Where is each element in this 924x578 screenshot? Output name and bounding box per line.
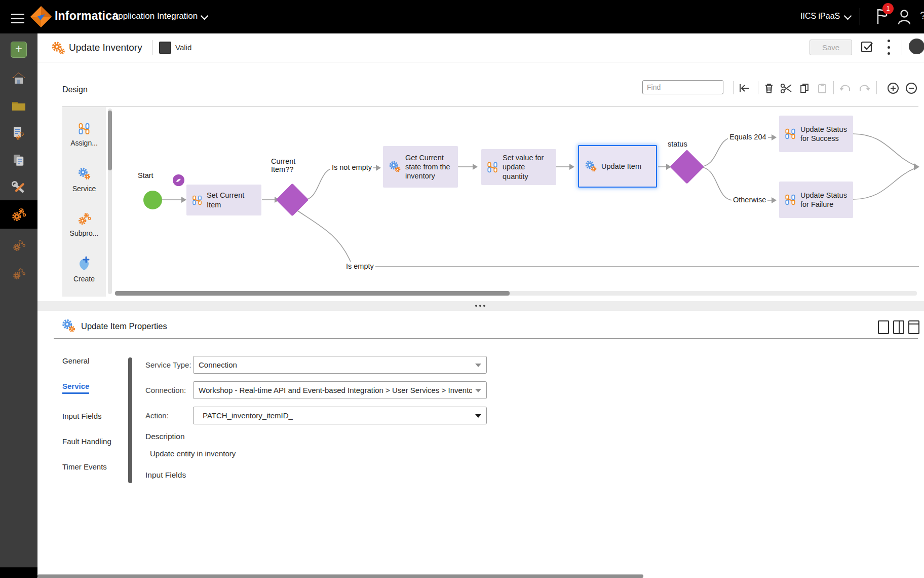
properties-panel-title: Update Item Properties bbox=[81, 321, 167, 331]
tabs-scrollbar[interactable] bbox=[128, 357, 132, 483]
branch-label-not-empty: Is not empty bbox=[330, 163, 373, 171]
service-icon bbox=[388, 160, 401, 173]
assignment-icon bbox=[191, 194, 203, 206]
gateway-status-label: status bbox=[668, 140, 687, 148]
service-type-select[interactable]: Connection bbox=[193, 356, 487, 374]
gateway-current-item-label: Current Item?? bbox=[271, 157, 315, 173]
assignment-icon bbox=[486, 161, 498, 173]
layout-dock-top-icon[interactable] bbox=[908, 320, 919, 334]
service-icon bbox=[584, 160, 597, 173]
tab-service[interactable]: Service bbox=[62, 382, 89, 394]
chevron-down-icon bbox=[475, 414, 481, 418]
layout-split-icon[interactable] bbox=[893, 320, 904, 334]
node-set-value[interactable]: Set value for update quantity bbox=[481, 149, 556, 185]
application-window: Informatica Application Integration IICS… bbox=[0, 0, 924, 578]
layout-dock-left-icon[interactable] bbox=[878, 320, 889, 334]
node-update-status-failure[interactable]: Update Status for Failure bbox=[779, 182, 853, 218]
tab-fault-handling[interactable]: Fault Handling bbox=[62, 437, 111, 446]
divider bbox=[54, 338, 918, 339]
assignment-icon bbox=[784, 128, 796, 140]
canvas-horizontal-scrollbar[interactable] bbox=[115, 291, 510, 296]
action-label: Action: bbox=[145, 411, 169, 420]
chevron-down-icon bbox=[475, 389, 481, 392]
input-fields-section-label: Input Fields bbox=[145, 471, 186, 480]
node-set-current-item[interactable]: Set Current Item bbox=[186, 185, 261, 215]
connection-select[interactable]: Workshop - Real-time API and Event-based… bbox=[193, 381, 487, 399]
event-badge-icon[interactable] bbox=[173, 174, 184, 186]
branch-label-equals-204: Equals 204 bbox=[728, 133, 768, 141]
node-get-current-state[interactable]: Get Current state from the inventory bbox=[383, 146, 458, 188]
action-select[interactable]: PATCH_inventory_itemID_ bbox=[193, 407, 487, 424]
node-update-item-selected[interactable]: Update Item bbox=[578, 145, 657, 188]
start-node[interactable] bbox=[143, 191, 162, 209]
node-update-status-success[interactable]: Update Status for Success bbox=[779, 116, 853, 152]
assignment-icon bbox=[784, 194, 796, 206]
branch-label-empty: Is empty bbox=[344, 262, 375, 270]
tab-timer-events[interactable]: Timer Events bbox=[62, 462, 107, 471]
tab-general[interactable]: General bbox=[62, 356, 89, 365]
description-value: Update entity in inventory bbox=[150, 449, 236, 458]
connection-label: Connection: bbox=[145, 386, 186, 394]
service-icon bbox=[61, 318, 76, 334]
branch-label-otherwise: Otherwise bbox=[732, 196, 767, 204]
splitter-handle-icon[interactable] bbox=[475, 305, 485, 307]
start-label: Start bbox=[138, 171, 153, 179]
flow-connectors bbox=[0, 0, 924, 578]
description-label: Description bbox=[145, 432, 185, 441]
chevron-down-icon bbox=[475, 364, 481, 367]
tab-input-fields[interactable]: Input Fields bbox=[62, 412, 102, 420]
panel-layout-controls bbox=[878, 320, 919, 334]
service-type-label: Service Type: bbox=[145, 360, 191, 369]
